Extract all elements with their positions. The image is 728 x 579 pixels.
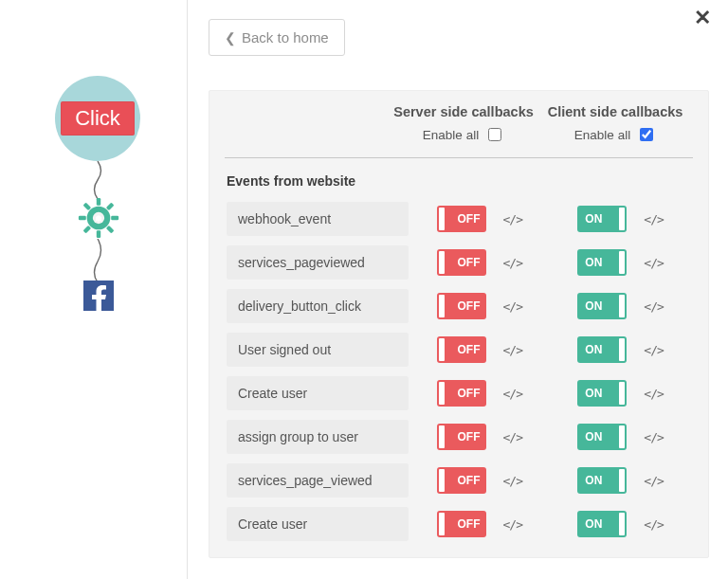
toggle-label: ON (585, 299, 602, 313)
client-toggle[interactable]: ON (577, 424, 627, 450)
toggle-knob (619, 382, 625, 405)
event-name: services_pageviewed (227, 245, 409, 280)
toggle-label: OFF (458, 474, 481, 487)
toggle-knob (439, 425, 445, 448)
client-toggle-col: ON</> (550, 249, 691, 276)
svg-rect-5 (106, 203, 115, 211)
toggle-label: ON (585, 474, 602, 487)
client-enable-all-checkbox[interactable] (640, 128, 653, 141)
server-toggle[interactable]: OFF (437, 511, 486, 537)
click-node: Click (55, 76, 140, 161)
section-heading: Events from website (227, 173, 691, 189)
toggle-label: ON (585, 430, 602, 443)
svg-rect-8 (83, 226, 92, 234)
code-icon[interactable]: </> (644, 474, 663, 488)
server-toggle[interactable]: OFF (437, 424, 486, 450)
client-toggle[interactable]: ON (577, 336, 627, 363)
toggle-label: ON (585, 212, 602, 226)
server-toggle[interactable]: OFF (437, 206, 486, 232)
decorative-sidebar: Click (0, 0, 188, 579)
svg-rect-3 (79, 216, 86, 220)
toggle-label: OFF (458, 299, 481, 313)
client-toggle[interactable]: ON (577, 380, 627, 407)
svg-rect-4 (111, 216, 118, 220)
code-icon[interactable]: </> (644, 430, 663, 444)
code-icon[interactable]: </> (503, 212, 522, 226)
server-callbacks-title: Server side callbacks (388, 104, 539, 119)
server-toggle-col: OFF</> (409, 206, 550, 232)
code-icon[interactable]: </> (644, 343, 663, 357)
code-icon[interactable]: </> (503, 430, 522, 444)
code-icon[interactable]: </> (503, 256, 522, 270)
client-toggle-col: ON</> (550, 293, 691, 319)
gear-icon (78, 197, 119, 239)
code-icon[interactable]: </> (503, 299, 522, 314)
code-icon[interactable]: </> (503, 517, 522, 532)
code-icon[interactable]: </> (503, 474, 522, 488)
event-row: services_pageviewedOFF</>ON</> (227, 245, 691, 280)
event-row: Create userOFF</>ON</> (227, 376, 691, 410)
server-enable-all-label: Enable all (423, 128, 479, 142)
client-toggle-col: ON</> (550, 424, 691, 450)
toggle-knob (439, 513, 445, 535)
client-toggle[interactable]: ON (577, 511, 627, 537)
event-row: delivery_button_clickOFF</>ON</> (227, 289, 691, 323)
event-name: assign group to user (227, 420, 409, 454)
code-icon[interactable]: </> (644, 212, 663, 226)
event-row: Create userOFF</>ON</> (227, 507, 691, 541)
toggle-label: ON (585, 256, 602, 269)
code-icon[interactable]: </> (644, 517, 663, 532)
main-pane: ❮ Back to home Server side callbacks Ena… (188, 0, 728, 579)
client-toggle[interactable]: ON (577, 467, 627, 494)
event-name: services_page_viewed (227, 463, 409, 498)
back-label: Back to home (242, 29, 329, 45)
event-name: User signed out (227, 333, 409, 367)
facebook-icon (83, 280, 114, 311)
code-icon[interactable]: </> (644, 256, 663, 270)
event-name: delivery_button_click (227, 289, 409, 323)
code-icon[interactable]: </> (644, 387, 663, 401)
toggle-knob (619, 425, 625, 448)
server-enable-all-checkbox[interactable] (488, 128, 501, 141)
svg-rect-6 (83, 203, 92, 211)
code-icon[interactable]: </> (503, 387, 522, 401)
server-toggle[interactable]: OFF (437, 336, 486, 363)
client-toggle[interactable]: ON (577, 249, 627, 276)
callbacks-panel: Server side callbacks Enable all Client … (209, 90, 709, 558)
server-toggle-col: OFF</> (409, 249, 550, 276)
server-toggle[interactable]: OFF (437, 467, 486, 494)
server-toggle[interactable]: OFF (437, 249, 486, 276)
chevron-left-icon: ❮ (225, 30, 236, 45)
toggle-label: OFF (458, 430, 481, 443)
server-callbacks-header: Server side callbacks Enable all (388, 104, 539, 144)
server-toggle-col: OFF</> (409, 511, 550, 537)
event-row: assign group to userOFF</>ON</> (227, 420, 691, 454)
back-to-home-button[interactable]: ❮ Back to home (209, 19, 345, 56)
server-enable-all[interactable]: Enable all (388, 125, 539, 144)
toggle-label: OFF (458, 212, 481, 226)
server-toggle-col: OFF</> (409, 380, 550, 407)
toggle-knob (619, 208, 625, 230)
toggle-label: OFF (458, 517, 481, 531)
client-enable-all-label: Enable all (574, 128, 630, 142)
toggle-label: OFF (458, 343, 481, 356)
server-toggle-col: OFF</> (409, 424, 550, 450)
toggle-knob (619, 251, 625, 274)
client-toggle[interactable]: ON (577, 293, 627, 319)
event-name: Create user (227, 507, 409, 541)
server-toggle[interactable]: OFF (437, 380, 486, 407)
event-row: User signed outOFF</>ON</> (227, 333, 691, 367)
event-name: Create user (227, 376, 409, 410)
event-name: webhook_event (227, 202, 409, 236)
toggle-knob (619, 513, 625, 535)
client-enable-all[interactable]: Enable all (539, 125, 691, 144)
server-toggle[interactable]: OFF (437, 293, 486, 319)
toggle-label: OFF (458, 387, 481, 400)
code-icon[interactable]: </> (644, 299, 663, 314)
client-toggle[interactable]: ON (577, 206, 627, 232)
event-row: services_page_viewedOFF</>ON</> (227, 463, 691, 498)
event-row: webhook_eventOFF</>ON</> (227, 202, 691, 236)
code-icon[interactable]: </> (503, 343, 522, 357)
svg-rect-2 (97, 230, 100, 238)
toggle-knob (619, 338, 625, 361)
